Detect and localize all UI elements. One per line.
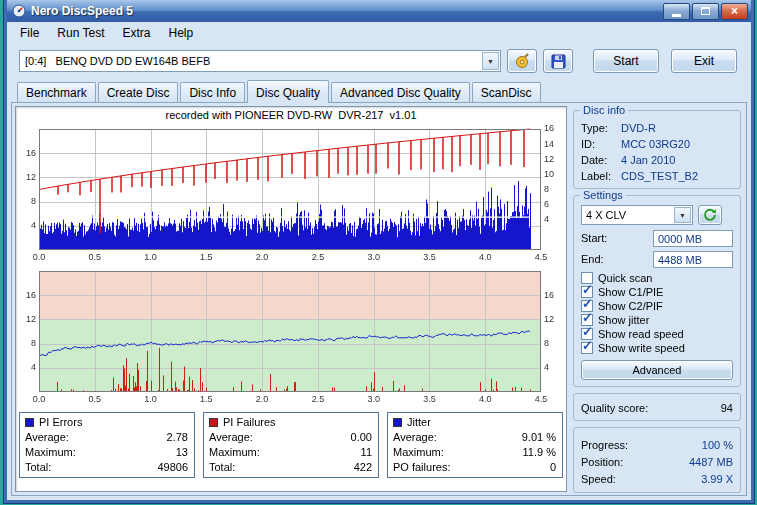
minimize-icon <box>672 14 681 17</box>
end-field-label: End: <box>581 253 604 265</box>
legend-chip-jitter <box>393 418 402 427</box>
stat-title: PI Errors <box>39 416 82 428</box>
end-input[interactable]: 4488 MB <box>653 251 733 268</box>
stat-title: PI Failures <box>223 416 276 428</box>
scan-speed-row: 4 X CLV ▼ <box>581 205 733 225</box>
tab-page-disc-quality: recorded with PIONEER DVD-RW DVR-217 v1.… <box>11 102 747 496</box>
save-icon <box>551 54 566 69</box>
drive-selector[interactable]: [0:4] BENQ DVD DD EW164B BEFB ▼ <box>19 50 501 72</box>
field-label: Label: <box>581 168 621 184</box>
disc-info-row-id: ID:MCC 03RG20 <box>581 136 733 152</box>
chart-header: recorded with PIONEER DVD-RW DVR-217 v1.… <box>19 109 563 124</box>
tab-advanced-disc-quality[interactable]: Advanced Disc Quality <box>331 82 470 102</box>
field-label: Position: <box>581 454 623 471</box>
disc-info-group: Disc info Type:DVD-RID:MCC 03RG20Date:4 … <box>573 110 741 189</box>
start-button[interactable]: Start <box>593 49 659 73</box>
menu-item-help[interactable]: Help <box>160 23 203 43</box>
check-icon: ✓ <box>582 339 593 352</box>
start-button-label: Start <box>613 54 638 68</box>
stat-row-pi-failures-average: Average:0.00 <box>209 430 372 445</box>
check-icon: ✓ <box>582 283 593 296</box>
disc-info-row-date: Date:4 Jan 2010 <box>581 152 733 168</box>
tab-scandisc[interactable]: ScanDisc <box>472 82 541 102</box>
start-field-row: Start: 0000 MB <box>581 229 733 247</box>
stat-row-pi-errors-average: Average:2.78 <box>25 430 188 445</box>
progress-row-progress: Progress:100 % <box>581 437 733 454</box>
advanced-button-label: Advanced <box>633 364 682 376</box>
checkbox-row-show-read-speed[interactable]: ✓Show read speed <box>581 327 733 341</box>
stat-row-jitter-average: Average:9.01 % <box>393 430 556 445</box>
window-title: Nero DiscSpeed 5 <box>31 4 661 18</box>
tab-benchmark[interactable]: Benchmark <box>17 82 96 102</box>
menu-item-run-test[interactable]: Run Test <box>48 23 113 43</box>
scan-speed-select[interactable]: 4 X CLV ▼ <box>581 205 693 225</box>
progress-row-position: Position:4487 MB <box>581 454 733 471</box>
minimize-button[interactable] <box>663 3 690 20</box>
app-icon <box>12 4 26 18</box>
menu-bar: FileRun TestExtraHelp <box>7 22 751 44</box>
maximize-icon <box>701 7 710 15</box>
stat-row-jitter-maximum: Maximum:11.9 % <box>393 445 556 460</box>
checkbox-show-write-speed[interactable]: ✓ <box>581 342 593 354</box>
disc-options-icon <box>514 53 530 69</box>
drive-selector-value: [0:4] BENQ DVD DD EW164B BEFB <box>20 55 210 67</box>
checkbox-row-quick-scan[interactable]: Quick scan <box>581 271 733 285</box>
close-button[interactable]: × <box>721 3 748 20</box>
field-value: 4487 MB <box>689 454 733 471</box>
quality-score-group: Quality score: 94 <box>573 393 741 421</box>
check-icon: ✓ <box>582 297 593 310</box>
disc-info-group-label: Disc info <box>580 104 628 116</box>
disc-options-button[interactable] <box>507 49 537 73</box>
field-value: CDS_TEST_B2 <box>621 168 698 184</box>
menu-item-extra[interactable]: Extra <box>113 23 159 43</box>
stat-row-pi-failures-total: Total:422 <box>209 460 372 475</box>
progress-group: Progress:100 %Position:4487 MBSpeed:3.99… <box>573 427 741 493</box>
stat-box-pi-failures: PI FailuresAverage:0.00Maximum:11Total:4… <box>203 412 379 478</box>
end-field-row: End: 4488 MB <box>581 250 733 268</box>
sidebar: Disc info Type:DVD-RID:MCC 03RG20Date:4 … <box>571 106 743 492</box>
legend-chip-pi-errors <box>25 418 34 427</box>
tab-create-disc[interactable]: Create Disc <box>98 82 179 102</box>
stat-title: Jitter <box>407 416 431 428</box>
checkbox-row-show-write-speed[interactable]: ✓Show write speed <box>581 341 733 355</box>
checkbox-row-show-c2-pif[interactable]: ✓Show C2/PIF <box>581 299 733 313</box>
field-label: Progress: <box>581 437 628 454</box>
checkbox-row-show-jitter[interactable]: ✓Show jitter <box>581 313 733 327</box>
stat-row-pi-errors-total: Total:49806 <box>25 460 188 475</box>
disc-info-rows: Type:DVD-RID:MCC 03RG20Date:4 Jan 2010La… <box>581 120 733 184</box>
checkbox-row-show-c1-pie[interactable]: ✓Show C1/PIE <box>581 285 733 299</box>
title-bar[interactable]: Nero DiscSpeed 5 × <box>7 0 751 22</box>
toolbar: [0:4] BENQ DVD DD EW164B BEFB ▼ Start Ex… <box>7 44 751 76</box>
checkbox-label: Quick scan <box>598 272 652 284</box>
check-icon: ✓ <box>582 325 593 338</box>
settings-group-label: Settings <box>580 189 626 201</box>
tab-disc-info[interactable]: Disc Info <box>180 82 245 102</box>
exit-button[interactable]: Exit <box>671 49 737 73</box>
disc-info-row-label: Label:CDS_TEST_B2 <box>581 168 733 184</box>
scan-speed-value: 4 X CLV <box>582 209 626 221</box>
save-button[interactable] <box>543 49 573 73</box>
start-input[interactable]: 0000 MB <box>653 230 733 247</box>
statistics-row: PI ErrorsAverage:2.78Maximum:13Total:498… <box>19 412 563 478</box>
maximize-button[interactable] <box>692 3 719 20</box>
refresh-button[interactable] <box>698 205 722 225</box>
stat-box-pi-errors: PI ErrorsAverage:2.78Maximum:13Total:498… <box>19 412 195 478</box>
tab-strip: BenchmarkCreate DiscDisc InfoDisc Qualit… <box>7 76 751 102</box>
quality-score-value: 94 <box>721 402 733 415</box>
menu-item-file[interactable]: File <box>11 23 48 43</box>
advanced-button[interactable]: Advanced <box>581 360 733 380</box>
check-icon: ✓ <box>582 311 593 324</box>
jitter-pif-chart <box>19 266 563 408</box>
tab-disc-quality[interactable]: Disc Quality <box>247 80 329 103</box>
chevron-down-icon[interactable]: ▼ <box>674 207 691 223</box>
checkbox-label: Show C2/PIF <box>598 300 663 312</box>
close-icon: × <box>731 4 738 18</box>
checkbox-list: Quick scan✓Show C1/PIE✓Show C2/PIF✓Show … <box>581 271 733 355</box>
stat-box-jitter: JitterAverage:9.01 %Maximum:11.9 %PO fai… <box>387 412 563 478</box>
chevron-down-icon[interactable]: ▼ <box>482 52 499 70</box>
checkbox-label: Show write speed <box>598 342 685 354</box>
start-field-label: Start: <box>581 232 607 244</box>
field-label: Type: <box>581 120 621 136</box>
field-value: 3.99 X <box>701 471 733 488</box>
app-window: Nero DiscSpeed 5 × FileRun TestExtraHelp… <box>4 0 754 503</box>
